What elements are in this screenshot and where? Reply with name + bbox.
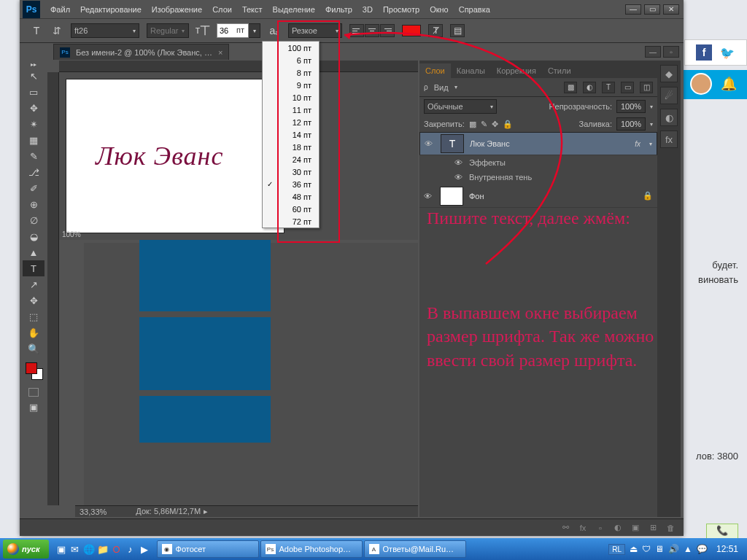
tab-channels[interactable]: Каналы [451, 63, 491, 78]
tool-2[interactable]: ✥ [23, 100, 44, 116]
fill-input[interactable]: 100% [616, 117, 646, 131]
tray-icon[interactable]: 💬 [697, 544, 708, 554]
ql-icon[interactable]: 📁 [96, 541, 109, 557]
tool-11[interactable]: ▲ [23, 244, 44, 260]
tab-adjustments[interactable]: Коррекция [491, 63, 542, 78]
fx-badge[interactable]: fx [635, 140, 640, 148]
menu-file[interactable]: Файл [50, 5, 70, 14]
zoom-readout[interactable]: 33,33% [80, 508, 107, 516]
tray-icon[interactable]: 🖥 [655, 544, 664, 554]
tool-12[interactable]: T [23, 260, 44, 276]
character-panel-button[interactable]: ▤ [450, 24, 465, 37]
tool-7[interactable]: ✐ [23, 180, 44, 196]
filter-smart-icon[interactable]: ◫ [640, 82, 653, 93]
tray-icon[interactable]: ⏏ [630, 544, 638, 554]
tool-10[interactable]: ◒ [23, 228, 44, 244]
taskbar-task[interactable]: PsAdobe Photoshop… [260, 540, 363, 558]
filter-text-icon[interactable]: T [602, 82, 615, 93]
ql-icon[interactable]: ♪ [124, 541, 137, 557]
text-color-swatch[interactable] [402, 25, 421, 36]
size-option[interactable]: 30 пт [263, 166, 319, 178]
size-option[interactable]: 100 пт [263, 42, 319, 54]
mask-button[interactable]: ▫ [593, 522, 608, 534]
tool-14[interactable]: ✥ [23, 292, 44, 308]
taskbar-task[interactable]: ◉Фотосет [157, 540, 259, 558]
text-tool-icon[interactable]: T [30, 24, 43, 37]
color-icon[interactable]: ☄ [660, 87, 678, 104]
tool-4[interactable]: ▦ [23, 132, 44, 148]
align-right-button[interactable] [380, 24, 395, 37]
size-option[interactable]: 72 пт [263, 215, 319, 228]
tool-0[interactable]: ↖ [23, 68, 44, 84]
ql-icon[interactable]: 🌐 [82, 541, 96, 557]
menu-help[interactable]: Справка [459, 5, 490, 14]
size-option[interactable]: 10 пт [263, 91, 319, 104]
ql-icon[interactable]: ▶ [138, 541, 151, 557]
align-left-button[interactable] [349, 24, 364, 37]
tab-min-button[interactable]: — [645, 46, 661, 58]
tool-8[interactable]: ⊕ [23, 196, 44, 212]
font-family-select[interactable]: ft26▾ [71, 23, 139, 38]
size-option[interactable]: 8 пт [263, 66, 319, 79]
warp-text-button[interactable]: Ⱦ [428, 24, 443, 37]
menu-filter[interactable]: Фильтр [325, 5, 352, 14]
size-option[interactable]: 12 пт [263, 116, 319, 128]
screenmode-button[interactable]: ▣ [23, 399, 44, 415]
swatches-icon[interactable]: ◆ [660, 65, 678, 82]
tray-icon[interactable]: 🔊 [668, 544, 679, 554]
facebook-icon[interactable]: f [696, 44, 712, 61]
menu-window[interactable]: Окно [430, 5, 449, 14]
tab-layers[interactable]: Слои [419, 63, 451, 78]
tray-icon[interactable]: 🛡 [642, 544, 651, 554]
group-button[interactable]: ▣ [628, 522, 643, 534]
size-option[interactable]: 6 пт [263, 54, 319, 66]
clock[interactable]: 12:51 [712, 544, 743, 554]
ql-icon[interactable]: ✉ [69, 541, 82, 557]
tool-6[interactable]: ⎇ [23, 164, 44, 180]
quickmask-button[interactable] [28, 388, 39, 397]
size-option[interactable]: 36 пт [263, 178, 319, 190]
filter-shape-icon[interactable]: ▭ [621, 82, 634, 93]
canvas[interactable]: Люк Эванс 100% [59, 72, 418, 240]
size-option[interactable]: 48 пт [263, 190, 319, 203]
size-option[interactable]: 11 пт [263, 104, 319, 116]
fx-group[interactable]: 👁Эффекты [419, 155, 657, 170]
font-style-select[interactable]: Regular▾ [147, 23, 189, 38]
font-size-dropdown[interactable]: 100 пт6 пт8 пт9 пт10 пт11 пт12 пт14 пт18… [262, 41, 320, 228]
layer-name[interactable]: Люк Эванс [470, 139, 510, 148]
tool-5[interactable]: ✎ [23, 148, 44, 164]
size-option[interactable]: 14 пт [263, 128, 319, 141]
menu-edit[interactable]: Редактирование [80, 5, 142, 14]
document-tab[interactable]: Ps Без имени-2 @ 100% (Люк Эванс, … × [53, 44, 229, 60]
maximize-button[interactable]: ▭ [644, 4, 660, 15]
taskbar-task[interactable]: AОтветы@Mail.Ru… [364, 540, 466, 558]
blend-mode-select[interactable]: Обычные▾ [424, 99, 497, 114]
link-layers-button[interactable]: ⚯ [558, 522, 573, 534]
language-indicator[interactable]: RL [608, 544, 625, 555]
opacity-input[interactable]: 100% [616, 100, 646, 113]
menu-text[interactable]: Текст [242, 5, 263, 14]
start-button[interactable]: пуск [3, 540, 49, 559]
minimize-button[interactable]: — [625, 4, 641, 15]
styles-icon[interactable]: fx [660, 131, 678, 148]
visibility-icon[interactable]: 👁 [425, 139, 435, 148]
fx-button[interactable]: fx [576, 522, 590, 534]
menu-3d[interactable]: 3D [363, 5, 373, 14]
lock-all-icon[interactable]: 🔒 [503, 120, 513, 129]
tool-9[interactable]: ∅ [23, 212, 44, 228]
menu-layers[interactable]: Слои [212, 5, 232, 14]
delete-button[interactable]: 🗑 [663, 522, 678, 534]
layer-row[interactable]: 👁 T Люк Эванс fx ▾ [419, 132, 657, 155]
tab-float-button[interactable]: ▫ [663, 46, 679, 58]
tray-icon[interactable]: ▲ [684, 544, 692, 554]
color-swatches[interactable] [23, 359, 44, 386]
layer-name[interactable]: Фон [469, 192, 484, 201]
menu-image[interactable]: Изображение [152, 5, 202, 14]
lock-position-icon[interactable]: ✥ [492, 120, 498, 129]
tool-13[interactable]: ↗ [23, 276, 44, 292]
tool-1[interactable]: ▭ [23, 84, 44, 100]
tool-3[interactable]: ✴ [23, 116, 44, 132]
ql-icon[interactable]: O [110, 541, 123, 557]
close-button[interactable]: ✕ [663, 4, 679, 15]
menu-view[interactable]: Просмотр [383, 5, 419, 14]
